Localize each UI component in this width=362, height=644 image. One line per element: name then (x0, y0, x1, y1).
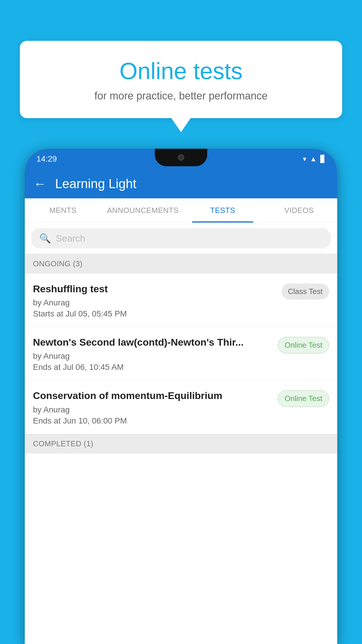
tab-ments[interactable]: MENTS (25, 198, 101, 223)
tab-announcements[interactable]: ANNOUNCEMENTS (101, 198, 184, 223)
battery-icon: ▊ (320, 155, 326, 163)
wifi-icon: ▾ (303, 155, 306, 163)
search-container: 🔍 Search (25, 223, 337, 254)
test-author-conservation: by Anurag (33, 405, 272, 414)
status-time: 14:29 (36, 154, 57, 164)
test-item-conservation[interactable]: Conservation of momentum-Equilibrium by … (25, 380, 337, 434)
test-author-reshuffling: by Anurag (33, 298, 276, 307)
test-badge-reshuffling: Class Test (282, 284, 329, 300)
promo-bubble: Online tests for more practice, better p… (20, 41, 342, 118)
app-title: Learning Light (55, 176, 136, 191)
status-icons: ▾ ▲ ▊ (303, 155, 326, 163)
test-author-newtons: by Anurag (33, 351, 272, 361)
search-wrapper[interactable]: 🔍 Search (31, 228, 331, 249)
test-info-newtons: Newton's Second law(contd)-Newton's Thir… (33, 336, 272, 372)
test-date-newtons: Ends at Jul 06, 10:45 AM (33, 363, 272, 372)
front-camera (178, 154, 184, 161)
test-info-reshuffling: Reshuffling test by Anurag Starts at Jul… (33, 282, 276, 318)
test-item-reshuffling[interactable]: Reshuffling test by Anurag Starts at Jul… (25, 274, 337, 327)
tab-videos[interactable]: VIDEOS (261, 198, 337, 223)
search-placeholder: Search (56, 233, 85, 244)
signal-icon: ▲ (310, 155, 317, 163)
test-item-newtons[interactable]: Newton's Second law(contd)-Newton's Thir… (25, 327, 337, 380)
bubble-title: Online tests (34, 58, 328, 84)
test-name-conservation: Conservation of momentum-Equilibrium (33, 389, 272, 402)
app-header: ← Learning Light (25, 169, 337, 198)
test-name-newtons: Newton's Second law(contd)-Newton's Thir… (33, 336, 272, 349)
phone-notch (155, 149, 207, 166)
phone-frame: 14:29 ▾ ▲ ▊ ← Learning Light MENTS ANNOU… (25, 149, 337, 644)
test-badge-conservation: Online Test (278, 390, 329, 407)
test-name-reshuffling: Reshuffling test (33, 282, 276, 295)
test-date-conservation: Ends at Jun 10, 06:00 PM (33, 416, 272, 426)
ongoing-section-header: ONGOING (3) (25, 254, 337, 274)
content-area: 🔍 Search ONGOING (3) Reshuffling test by… (25, 223, 337, 644)
status-bar: 14:29 ▾ ▲ ▊ (25, 149, 337, 169)
tab-tests[interactable]: TESTS (184, 198, 261, 223)
search-icon: 🔍 (39, 233, 51, 244)
completed-section-header: COMPLETED (1) (25, 434, 337, 454)
tabs-bar: MENTS ANNOUNCEMENTS TESTS VIDEOS (25, 198, 337, 223)
test-info-conservation: Conservation of momentum-Equilibrium by … (33, 389, 272, 425)
test-badge-newtons: Online Test (278, 337, 329, 354)
back-button[interactable]: ← (34, 177, 46, 190)
test-date-reshuffling: Starts at Jul 05, 05:45 PM (33, 309, 276, 318)
bubble-subtitle: for more practice, better performance (34, 90, 328, 102)
